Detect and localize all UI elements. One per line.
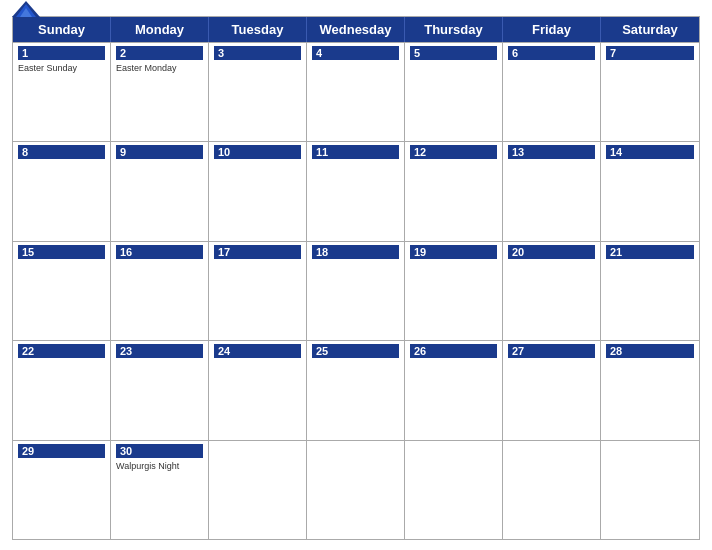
- logo: [12, 0, 43, 21]
- day-number: 16: [116, 245, 203, 259]
- day-cell: 16: [111, 242, 209, 340]
- day-number: 13: [508, 145, 595, 159]
- day-cell: 3: [209, 43, 307, 141]
- day-number: 24: [214, 344, 301, 358]
- day-header-tuesday: Tuesday: [209, 17, 307, 42]
- day-cell: 1Easter Sunday: [13, 43, 111, 141]
- day-cell: 14: [601, 142, 699, 240]
- day-cell: 11: [307, 142, 405, 240]
- logo-icon: [12, 0, 40, 21]
- day-number: 15: [18, 245, 105, 259]
- day-cell: [209, 441, 307, 539]
- day-cell: 15: [13, 242, 111, 340]
- day-cell: [405, 441, 503, 539]
- day-number: 30: [116, 444, 203, 458]
- day-cell: 13: [503, 142, 601, 240]
- day-cell: 17: [209, 242, 307, 340]
- holiday-label: Easter Sunday: [18, 63, 105, 74]
- day-header-friday: Friday: [503, 17, 601, 42]
- day-cell: 19: [405, 242, 503, 340]
- day-number: 29: [18, 444, 105, 458]
- day-cell: 18: [307, 242, 405, 340]
- day-cell: [601, 441, 699, 539]
- day-cell: 29: [13, 441, 111, 539]
- day-number: 19: [410, 245, 497, 259]
- day-number: 6: [508, 46, 595, 60]
- day-number: 10: [214, 145, 301, 159]
- day-number: 21: [606, 245, 694, 259]
- day-cell: 8: [13, 142, 111, 240]
- day-number: 2: [116, 46, 203, 60]
- day-cell: 9: [111, 142, 209, 240]
- week-row: 2930Walpurgis Night: [13, 440, 699, 539]
- day-number: 8: [18, 145, 105, 159]
- week-row: 1Easter Sunday2Easter Monday34567: [13, 42, 699, 141]
- day-cell: 30Walpurgis Night: [111, 441, 209, 539]
- week-row: 22232425262728: [13, 340, 699, 439]
- day-header-saturday: Saturday: [601, 17, 699, 42]
- day-cell: 21: [601, 242, 699, 340]
- day-cell: [307, 441, 405, 539]
- day-cell: 6: [503, 43, 601, 141]
- day-number: 27: [508, 344, 595, 358]
- day-cell: 12: [405, 142, 503, 240]
- day-cell: 10: [209, 142, 307, 240]
- day-cell: 27: [503, 341, 601, 439]
- day-cell: 20: [503, 242, 601, 340]
- page: SundayMondayTuesdayWednesdayThursdayFrid…: [0, 0, 712, 550]
- day-number: 17: [214, 245, 301, 259]
- day-cell: 4: [307, 43, 405, 141]
- day-cell: [503, 441, 601, 539]
- day-number: 25: [312, 344, 399, 358]
- holiday-label: Walpurgis Night: [116, 461, 203, 472]
- day-cell: 28: [601, 341, 699, 439]
- calendar: SundayMondayTuesdayWednesdayThursdayFrid…: [12, 16, 700, 540]
- day-number: 14: [606, 145, 694, 159]
- day-header-wednesday: Wednesday: [307, 17, 405, 42]
- day-number: 9: [116, 145, 203, 159]
- day-number: 20: [508, 245, 595, 259]
- day-headers-row: SundayMondayTuesdayWednesdayThursdayFrid…: [13, 17, 699, 42]
- day-header-thursday: Thursday: [405, 17, 503, 42]
- day-number: 12: [410, 145, 497, 159]
- day-number: 11: [312, 145, 399, 159]
- day-number: 7: [606, 46, 694, 60]
- day-number: 28: [606, 344, 694, 358]
- day-cell: 7: [601, 43, 699, 141]
- day-number: 23: [116, 344, 203, 358]
- day-number: 3: [214, 46, 301, 60]
- day-cell: 24: [209, 341, 307, 439]
- day-cell: 23: [111, 341, 209, 439]
- holiday-label: Easter Monday: [116, 63, 203, 74]
- day-header-monday: Monday: [111, 17, 209, 42]
- day-number: 18: [312, 245, 399, 259]
- day-number: 1: [18, 46, 105, 60]
- day-cell: 26: [405, 341, 503, 439]
- week-row: 15161718192021: [13, 241, 699, 340]
- week-row: 891011121314: [13, 141, 699, 240]
- day-cell: 25: [307, 341, 405, 439]
- day-cell: 2Easter Monday: [111, 43, 209, 141]
- weeks-container: 1Easter Sunday2Easter Monday345678910111…: [13, 42, 699, 539]
- day-number: 26: [410, 344, 497, 358]
- day-cell: 22: [13, 341, 111, 439]
- day-cell: 5: [405, 43, 503, 141]
- day-number: 4: [312, 46, 399, 60]
- day-number: 5: [410, 46, 497, 60]
- day-number: 22: [18, 344, 105, 358]
